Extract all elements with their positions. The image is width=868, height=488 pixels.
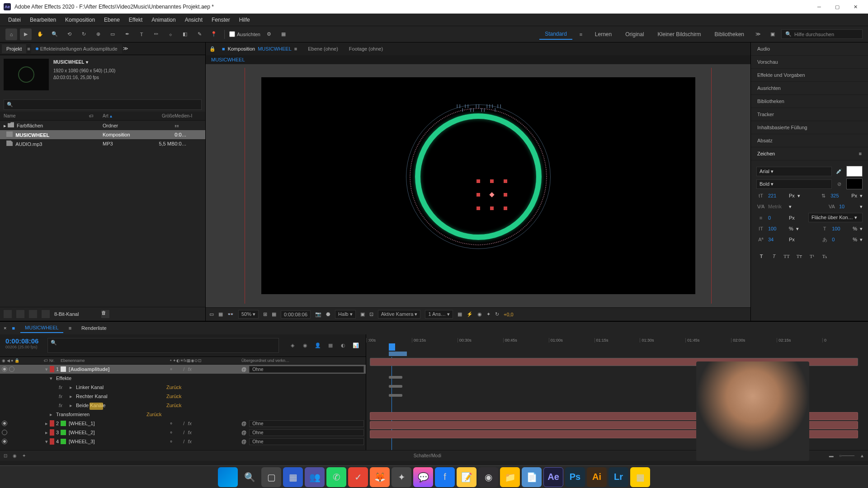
project-search[interactable]: 🔍 <box>4 99 202 110</box>
panel-audio[interactable]: Audio <box>751 42 868 56</box>
parent-select[interactable]: Ohne <box>249 420 364 427</box>
snap-options-icon[interactable]: ⚙ <box>263 28 275 40</box>
viewer-tab-ebene[interactable]: Ebene (ohne) <box>303 44 343 53</box>
timeline-tab-render[interactable]: Renderliste <box>77 324 111 333</box>
col-size[interactable]: Größe <box>148 113 175 118</box>
pickwhip-icon[interactable]: @ <box>241 421 246 426</box>
brush-tool[interactable]: ✏ <box>150 28 162 40</box>
grid-icon[interactable]: ▦ <box>218 311 223 317</box>
taskbar-illustrator[interactable]: Ai <box>587 467 607 487</box>
font-family-select[interactable]: Arial ▾ <box>756 167 832 176</box>
expand-toggle[interactable]: ▸ <box>70 403 72 408</box>
maximize-button[interactable]: ▢ <box>828 0 846 14</box>
pickwhip-icon[interactable]: @ <box>241 430 246 435</box>
panel-zeichen[interactable]: Zeichen≡ <box>751 147 868 160</box>
parent-select[interactable]: Ohne <box>249 438 364 445</box>
resolution-select[interactable]: Halb ▾ <box>335 310 356 319</box>
expand-toggle[interactable]: ▸ <box>45 430 48 436</box>
menu-bearbeiten[interactable]: Bearbeiten <box>25 15 61 25</box>
menu-ebene[interactable]: Ebene <box>99 15 124 25</box>
bold-button[interactable]: T <box>756 251 766 261</box>
panel-vorschau[interactable]: Vorschau <box>751 56 868 69</box>
subscript-button[interactable]: T₁ <box>820 251 830 261</box>
tab-menu-icon[interactable]: ≡ <box>69 325 71 331</box>
panel-tracker[interactable]: Tracker <box>751 108 868 121</box>
allcaps-button[interactable]: TT <box>782 251 792 261</box>
home-tool[interactable]: ⌂ <box>5 28 17 40</box>
workspace-standard[interactable]: Standard <box>539 29 572 40</box>
keyframe-bar[interactable] <box>389 376 402 379</box>
snap-grid-icon[interactable]: ▦ <box>278 28 289 40</box>
exposure-value[interactable]: +0,0 <box>504 312 514 317</box>
tab-menu-icon[interactable]: ≡ <box>294 46 297 52</box>
viewer-tab-footage[interactable]: Footage (ohne) <box>344 44 387 53</box>
zoom-tool[interactable]: 🔍 <box>49 28 61 40</box>
effect-linker-kanal[interactable]: fx ▸ Linker Kanal Zurück <box>0 383 366 392</box>
transform-group[interactable]: ▸ Transformieren Zurück <box>0 410 366 419</box>
views-select[interactable]: 1 Ans… ▾ <box>425 310 453 319</box>
work-area[interactable] <box>389 352 407 356</box>
selection-tool[interactable]: ▶ <box>20 28 32 40</box>
snap-checkbox[interactable]: Ausrichten <box>229 31 260 37</box>
taskbar-explorer[interactable]: 📁 <box>500 467 520 487</box>
expand-toggle[interactable]: ▸ <box>70 385 72 390</box>
reset-link[interactable]: Zurück <box>166 385 182 390</box>
region-icon[interactable]: ▣ <box>360 311 365 317</box>
project-item-folder[interactable]: ▸ Farbflächen Ordner ⚏ <box>0 121 205 130</box>
3d-icon[interactable]: ▦ <box>458 311 462 317</box>
snapshot-icon[interactable]: 📷 <box>315 311 321 317</box>
effect-beide-kanaele[interactable]: fx ▸ Beide Kanäle Zurück <box>0 401 366 410</box>
superscript-button[interactable]: T¹ <box>807 251 817 261</box>
zoom-out-icon[interactable]: ▬ <box>829 453 834 458</box>
visibility-toggle[interactable] <box>2 366 7 372</box>
expand-toggle[interactable]: ▾ <box>45 439 48 445</box>
taskbar-photoshop[interactable]: Ps <box>565 467 585 487</box>
vscale-value[interactable]: 100 <box>768 226 786 231</box>
leading-value[interactable]: 325 <box>830 193 849 198</box>
resolution-icon[interactable]: ⊞ <box>263 311 267 317</box>
draft-icon[interactable]: ⚡ <box>467 311 473 317</box>
solo-toggle[interactable] <box>9 366 14 372</box>
baseline-value[interactable]: 34 <box>768 237 786 242</box>
playhead[interactable] <box>389 343 395 351</box>
timeline-tab-comp[interactable]: MUSICWHEEL <box>20 323 63 333</box>
shy-switch[interactable]: ⚬ <box>169 439 173 445</box>
col-type[interactable]: Art ▴ <box>103 113 148 118</box>
menu-fenster[interactable]: Fenster <box>207 15 235 25</box>
time-ruler[interactable]: :00s 00:15s 00:30s 00:45s 01:00s 01:15s … <box>366 334 868 357</box>
shy-switch[interactable]: ⚬ <box>169 366 173 372</box>
layer-color[interactable] <box>50 429 54 436</box>
layer-color[interactable] <box>50 420 54 427</box>
frame-blend-icon[interactable]: ▦ <box>326 341 335 350</box>
taskbar-search[interactable]: 🔍 <box>240 467 259 487</box>
orbit-tool[interactable]: ⟲ <box>63 28 75 40</box>
layer-wheel-2[interactable]: ▸3 [WHEEL_2] ⚬ / fx @Ohne <box>0 428 366 437</box>
guides-icon[interactable]: ⊡ <box>369 311 373 317</box>
selection-bounds[interactable] <box>478 181 505 208</box>
trash-button[interactable]: 🗑 <box>101 310 109 318</box>
close-button[interactable]: ✕ <box>846 0 864 14</box>
smallcaps-button[interactable]: Tᴛ <box>794 251 804 261</box>
pickwhip-icon[interactable]: @ <box>241 439 246 444</box>
panel-fill[interactable]: Inhaltsbasierte Füllung <box>751 121 868 134</box>
panel-toggle-icon[interactable]: ▣ <box>767 28 778 40</box>
col-media[interactable]: Medien-I <box>175 113 202 118</box>
visibility-toggle[interactable] <box>2 421 7 426</box>
panel-effekte[interactable]: Effekte und Vorgaben <box>751 69 868 82</box>
fill-color-swatch[interactable] <box>846 166 863 177</box>
expand-toggle[interactable]: ▸ <box>45 421 48 427</box>
kerning-value[interactable]: Metrik <box>768 204 786 209</box>
project-comp-name[interactable]: MUSICWHEEL ▾ <box>53 59 115 66</box>
expand-toggle[interactable]: ▸ <box>50 412 52 418</box>
channel-icon[interactable]: ⬣ <box>326 311 330 317</box>
rotate-tool[interactable]: ↻ <box>78 28 90 40</box>
keyframe-bar[interactable] <box>389 394 402 397</box>
expand-toggle[interactable]: ▾ <box>45 366 48 372</box>
hscale-value[interactable]: 100 <box>832 226 850 231</box>
reset-link[interactable]: Zurück <box>166 394 182 399</box>
taskbar-app[interactable]: ▦ <box>283 467 303 487</box>
col-tag[interactable]: 🏷 <box>89 113 103 118</box>
taskbar-messenger[interactable]: 💬 <box>413 467 433 487</box>
workspace-bibliotheken[interactable]: Bibliotheken <box>709 29 750 39</box>
canvas-area[interactable]: ╵╵╷╵╵╷╷╵╵╷╷╵╵╵╷╵╵ <box>206 64 750 307</box>
